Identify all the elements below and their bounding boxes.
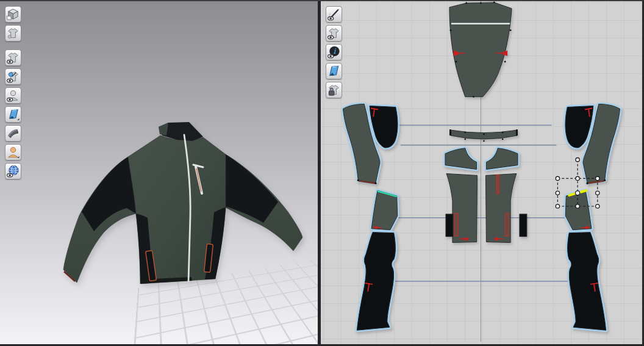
pattern-canvas bbox=[321, 1, 642, 344]
tshirt-sphere-eye-icon bbox=[6, 70, 20, 84]
gizmo-handle[interactable] bbox=[576, 158, 579, 162]
blue-pattern-button[interactable] bbox=[326, 63, 342, 79]
right-sleeve-pieces[interactable] bbox=[565, 104, 620, 331]
tshirt-eye-button[interactable] bbox=[326, 25, 342, 41]
3d-viewport[interactable] bbox=[0, 1, 318, 344]
tshirt-eye-icon bbox=[6, 51, 20, 65]
gizmo-handle[interactable] bbox=[556, 204, 559, 208]
gizmo-handle[interactable] bbox=[576, 204, 579, 208]
blue-pattern-icon bbox=[327, 64, 341, 78]
left-sleeve-pieces[interactable] bbox=[343, 104, 398, 331]
tshirt-sphere-eye-button[interactable] bbox=[5, 68, 21, 85]
2d-toolbar: i bbox=[326, 6, 342, 98]
garment-design-app: i bbox=[0, 0, 644, 346]
info-eye-button[interactable]: i bbox=[326, 44, 342, 60]
gizmo-handle[interactable] bbox=[576, 176, 579, 180]
avatar-eye-icon bbox=[6, 88, 20, 103]
gizmo-center-handle[interactable] bbox=[576, 191, 580, 195]
needle-eye-button[interactable] bbox=[326, 6, 342, 23]
gizmo-handle[interactable] bbox=[556, 176, 559, 180]
tshirt-eye-button[interactable] bbox=[5, 49, 21, 66]
jacket-right-sleeve-upper-black bbox=[226, 154, 278, 223]
avatar-eye-button[interactable] bbox=[5, 87, 21, 104]
gizmo-handle[interactable] bbox=[596, 204, 599, 208]
tshirt-icon bbox=[6, 26, 20, 40]
globe-eye-icon bbox=[6, 164, 20, 178]
blue-plane-icon bbox=[6, 107, 20, 121]
gizmo-handle[interactable] bbox=[596, 176, 599, 180]
pattern-piece-back-panel[interactable] bbox=[449, 2, 512, 98]
cube-icon bbox=[6, 7, 20, 21]
info-eye-icon: i bbox=[327, 45, 341, 59]
pattern-piece-right-pocket-facing[interactable] bbox=[520, 214, 527, 237]
needle-eye-icon bbox=[327, 7, 341, 21]
blue-plane-button[interactable] bbox=[5, 106, 21, 123]
pattern-piece-collar[interactable] bbox=[449, 129, 518, 142]
pattern-piece-left-pocket-facing[interactable] bbox=[446, 214, 453, 237]
dark-surface-button[interactable] bbox=[5, 125, 21, 142]
avatar-orange-icon bbox=[6, 145, 20, 159]
globe-eye-button[interactable] bbox=[5, 163, 21, 179]
3d-toolbar bbox=[5, 6, 21, 179]
2d-pattern-viewport[interactable]: i bbox=[321, 1, 642, 344]
dark-surface-icon bbox=[6, 126, 20, 140]
front-right-pieces[interactable] bbox=[485, 148, 518, 243]
gizmo-handle[interactable] bbox=[556, 191, 559, 195]
tshirt-lock-icon bbox=[327, 83, 341, 97]
guide-lines bbox=[388, 125, 570, 281]
3d-jacket-model[interactable] bbox=[55, 119, 311, 293]
cube-button[interactable] bbox=[5, 6, 21, 23]
gizmo-handle[interactable] bbox=[596, 191, 599, 195]
tshirt-button[interactable] bbox=[5, 25, 21, 41]
tshirt-eye-icon bbox=[327, 26, 341, 40]
chest-zipper-marking bbox=[496, 175, 499, 193]
tshirt-lock-button[interactable] bbox=[326, 82, 342, 98]
avatar-orange-button[interactable] bbox=[5, 144, 21, 160]
